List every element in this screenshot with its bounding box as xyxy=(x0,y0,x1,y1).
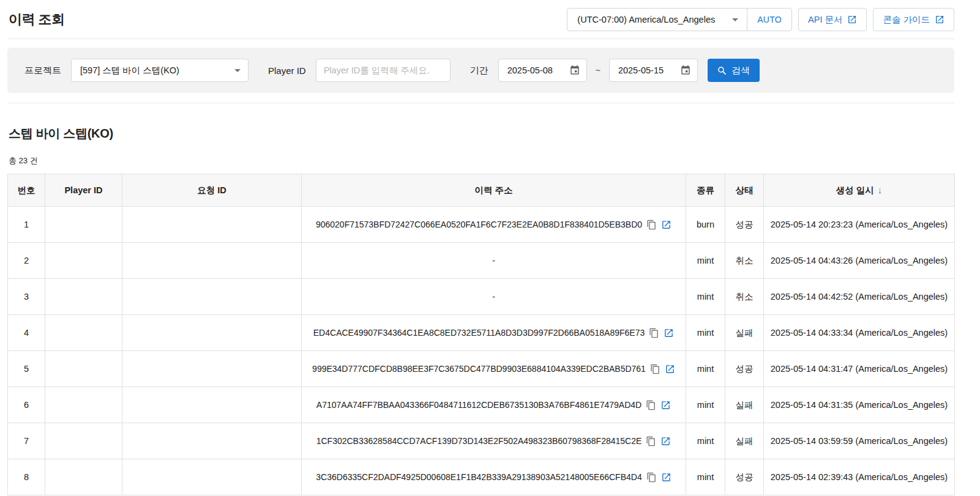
chevron-down-icon xyxy=(732,18,738,21)
cell-status: 실패 xyxy=(725,423,764,459)
player-id-input[interactable] xyxy=(316,59,451,82)
address-text: 3C36D6335CF2DADF4925D00608E1F1B42B339A29… xyxy=(316,472,641,482)
cell-address: A7107AA74FF7BBAA043366F0484711612CDEB673… xyxy=(302,387,686,423)
column-header-request-id: 요청 ID xyxy=(122,174,302,207)
cell-created-at: 2025-05-14 20:23:23 (America/Los_Angeles… xyxy=(764,207,955,243)
copy-icon[interactable] xyxy=(649,328,659,338)
player-id-label: Player ID xyxy=(268,65,306,76)
cell-request-id xyxy=(122,459,302,495)
cell-type: mint xyxy=(686,459,725,495)
cell-request-id xyxy=(122,423,302,459)
cell-no: 6 xyxy=(8,387,45,423)
api-doc-button[interactable]: API 문서 xyxy=(798,8,867,31)
column-header-player-id: Player ID xyxy=(45,174,122,207)
cell-status: 실패 xyxy=(725,315,764,351)
table-row: 2 - mint 취소 2025-05-14 04:43:26 (America… xyxy=(8,243,955,279)
page-title: 이력 조회 xyxy=(9,10,65,29)
cell-player-id xyxy=(45,207,122,243)
external-link-icon xyxy=(847,15,857,24)
address-text: - xyxy=(492,256,495,265)
copy-icon[interactable] xyxy=(646,400,656,410)
external-link-icon[interactable] xyxy=(660,436,671,446)
cell-request-id xyxy=(122,351,302,387)
cell-no: 8 xyxy=(8,459,45,495)
cell-status: 취소 xyxy=(725,279,764,315)
cell-status: 취소 xyxy=(725,243,764,279)
created-at-label: 생성 일시 xyxy=(836,185,874,195)
cell-type: mint xyxy=(686,351,725,387)
column-header-type: 종류 xyxy=(686,174,725,207)
cell-no: 7 xyxy=(8,423,45,459)
copy-icon[interactable] xyxy=(650,364,660,374)
cell-type: mint xyxy=(686,423,725,459)
timezone-select[interactable]: (UTC-07:00) America/Los_Angeles xyxy=(567,9,747,31)
column-header-address: 이력 주소 xyxy=(302,174,686,207)
page-header: 이력 조회 (UTC-07:00) America/Los_Angeles AU… xyxy=(7,0,954,39)
filter-divider xyxy=(7,103,954,103)
timezone-group: (UTC-07:00) America/Los_Angeles AUTO xyxy=(567,8,792,31)
console-guide-button[interactable]: 콘솔 가이드 xyxy=(873,8,954,31)
date-to-value: 2025-05-15 xyxy=(618,65,664,75)
chevron-down-icon xyxy=(234,69,241,72)
date-range-separator: ~ xyxy=(596,65,600,75)
table-row: 6 A7107AA74FF7BBAA043366F0484711612CDEB6… xyxy=(8,387,955,423)
section-title: 스텝 바이 스텝(KO) xyxy=(7,125,954,142)
address-text: 1CF302CB33628584CCD7ACF139D73D143E2F502A… xyxy=(316,436,642,446)
cell-no: 1 xyxy=(8,207,45,243)
date-from-input[interactable]: 2025-05-08 xyxy=(498,59,587,82)
cell-address: 999E34D777CDFCD8B98EE3F7C3675DC477BD9903… xyxy=(302,351,686,387)
cell-request-id xyxy=(122,243,302,279)
cell-address: - xyxy=(302,279,686,315)
calendar-icon xyxy=(569,65,580,76)
cell-created-at: 2025-05-14 04:33:34 (America/Los_Angeles… xyxy=(764,315,955,351)
cell-created-at: 2025-05-14 04:31:35 (America/Los_Angeles… xyxy=(764,387,955,423)
copy-icon[interactable] xyxy=(646,220,657,230)
table-row: 5 999E34D777CDFCD8B98EE3F7C3675DC477BD99… xyxy=(8,351,955,387)
cell-status: 성공 xyxy=(725,351,764,387)
column-header-created-at[interactable]: 생성 일시↓ xyxy=(764,174,955,207)
project-select-value: [597] 스텝 바이 스텝(KO) xyxy=(80,65,179,76)
external-link-icon[interactable] xyxy=(660,400,671,410)
table-row: 3 - mint 취소 2025-05-14 04:42:52 (America… xyxy=(8,279,955,315)
history-table: 번호 Player ID 요청 ID 이력 주소 종류 상태 생성 일시↓ 1 … xyxy=(7,174,955,495)
cell-player-id xyxy=(45,459,122,495)
cell-type: mint xyxy=(686,315,725,351)
search-icon xyxy=(717,66,727,75)
timezone-value: (UTC-07:00) America/Los_Angeles xyxy=(577,15,715,24)
cell-created-at: 2025-05-14 03:59:59 (America/Los_Angeles… xyxy=(764,423,955,459)
cell-status: 성공 xyxy=(725,207,764,243)
address-text: 906020F71573BFD72427C066EA0520FA1F6C7F23… xyxy=(316,220,642,229)
cell-request-id xyxy=(122,207,302,243)
external-link-icon[interactable] xyxy=(664,328,674,338)
header-divider xyxy=(7,39,954,39)
search-button[interactable]: 검색 xyxy=(708,59,760,82)
cell-status: 성공 xyxy=(725,459,764,495)
table-row: 8 3C36D6335CF2DADF4925D00608E1F1B42B339A… xyxy=(8,459,955,495)
copy-icon[interactable] xyxy=(646,436,656,446)
console-guide-label: 콘솔 가이드 xyxy=(883,14,930,26)
cell-no: 5 xyxy=(8,351,45,387)
cell-player-id xyxy=(45,279,122,315)
header-controls: (UTC-07:00) America/Los_Angeles AUTO API… xyxy=(567,8,954,31)
cell-created-at: 2025-05-14 04:31:47 (America/Los_Angeles… xyxy=(764,351,955,387)
copy-icon[interactable] xyxy=(646,472,657,483)
date-to-input[interactable]: 2025-05-15 xyxy=(609,59,698,82)
external-link-icon[interactable] xyxy=(661,220,671,230)
project-select[interactable]: [597] 스텝 바이 스텝(KO) xyxy=(71,59,249,82)
external-link-icon[interactable] xyxy=(661,472,671,483)
timezone-auto-button[interactable]: AUTO xyxy=(747,9,791,31)
cell-created-at: 2025-05-14 04:42:52 (America/Los_Angeles… xyxy=(764,279,955,315)
cell-type: mint xyxy=(686,387,725,423)
cell-player-id xyxy=(45,423,122,459)
address-text: ED4CACE49907F34364C1EA8C8ED732E5711A8D3D… xyxy=(313,328,645,338)
cell-no: 2 xyxy=(8,243,45,279)
cell-player-id xyxy=(45,315,122,351)
sort-desc-icon: ↓ xyxy=(878,185,883,195)
table-row: 1 906020F71573BFD72427C066EA0520FA1F6C7F… xyxy=(8,207,955,243)
external-link-icon[interactable] xyxy=(665,364,675,374)
cell-no: 4 xyxy=(8,315,45,351)
cell-player-id xyxy=(45,351,122,387)
project-label: 프로젝트 xyxy=(24,65,61,76)
cell-address: 906020F71573BFD72427C066EA0520FA1F6C7F23… xyxy=(302,207,686,243)
cell-type: mint xyxy=(686,279,725,315)
